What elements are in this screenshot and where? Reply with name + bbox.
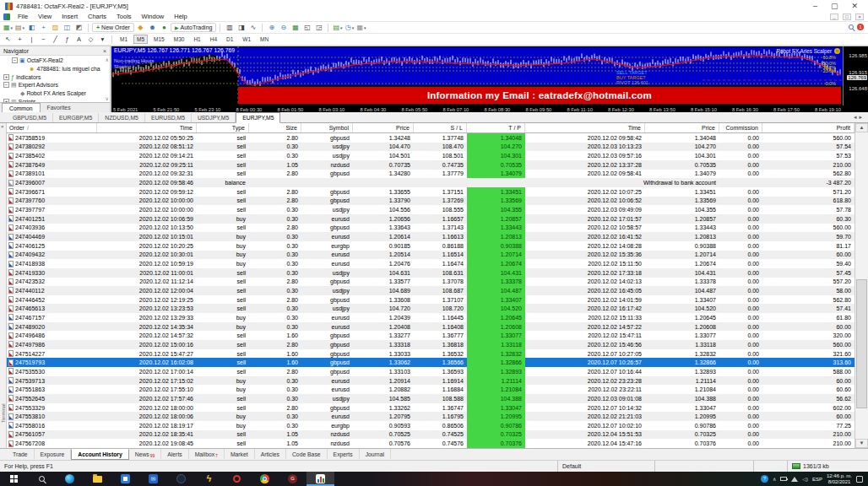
navigator-close-icon[interactable]: × (103, 48, 106, 54)
table-row[interactable]: 2474061252020.12.02 10:20:25buy0.30eurgb… (7, 241, 854, 251)
timeframe-m1[interactable]: M1 (117, 35, 131, 44)
chart-tab-usdjpy-m5[interactable]: USDJPY,M5 (192, 113, 236, 122)
table-row[interactable]: 2474235322020.12.02 11:12:14sell2.80gbpu… (7, 278, 854, 287)
market-watch-button[interactable]: ◧ (26, 23, 37, 33)
column-header-commission[interactable]: Commission (719, 123, 762, 132)
table-row[interactable]: 2475355302020.12.02 17:00:14sell2.80gbpu… (7, 367, 854, 376)
table-row[interactable]: 2475526452020.12.02 17:57:46sell0.30usdj… (7, 394, 854, 403)
nav-item-4788481-luis-miguel-cha[interactable]: ☻4788481: luis miguel cha (0, 65, 110, 73)
chart-tab-eurusd-m5[interactable]: EURUSD,M5 (145, 113, 192, 122)
terminal-tab-experts[interactable]: Experts (328, 449, 360, 459)
terminal-panel-button[interactable]: ◫ (62, 23, 73, 33)
scroll-up-icon[interactable]: ∧ (106, 57, 109, 62)
chart-tab-nzdusd-m5[interactable]: NZDUSD,M5 (99, 113, 145, 122)
app-icon-3[interactable]: G (279, 472, 307, 486)
hline-tool[interactable]: − (38, 35, 49, 45)
file-explorer-icon[interactable] (84, 472, 111, 486)
experts-button[interactable]: ☻ (147, 23, 158, 33)
navigator-tab-common[interactable]: Common (2, 103, 41, 112)
table-row[interactable]: 2474401122020.12.02 12:00:04sell0.30usdj… (7, 286, 854, 295)
expand-icon[interactable]: + (3, 99, 9, 102)
expand-icon[interactable]: + (3, 74, 9, 80)
table-row[interactable]: 2473854022020.12.02 09:14:21sell0.30usdj… (7, 151, 854, 160)
column-header-time-close[interactable]: Time (525, 123, 645, 132)
price-scale[interactable]: 126.985126.915126.769126.648 (843, 46, 868, 105)
templates-button[interactable]: ▤ (332, 23, 343, 33)
arrow-dd[interactable]: ▾ (97, 35, 108, 45)
help-circle-icon[interactable]: ? (761, 475, 768, 483)
column-header-s-l[interactable]: S / L (414, 123, 467, 132)
cascade-button[interactable]: ◲ (313, 23, 324, 33)
chrome-icon[interactable] (251, 472, 279, 486)
data-window-button[interactable]: + (38, 23, 49, 33)
table-row[interactable]: 2473977972020.12.02 10:00:00sell0.30usdj… (7, 205, 854, 214)
grid-settings-button[interactable]: ▦ (355, 23, 366, 33)
metaeditor-button[interactable]: ◆ (135, 23, 146, 33)
mail-icon[interactable]: ✉ (139, 472, 167, 486)
terminal-tab-exposure[interactable]: Exposure (35, 449, 72, 459)
periods-button[interactable]: ◷ (344, 23, 355, 33)
chart-tab-gbpusd-m5[interactable]: GBPUSD,M5 (7, 113, 53, 122)
clock[interactable]: 12:46 p. m.8/02/2021 (827, 473, 852, 485)
table-row[interactable]: 2474979862020.12.02 15:00:16sell2.80gbpu… (7, 340, 854, 349)
menu-insert[interactable]: Insert (57, 13, 83, 20)
table-row[interactable]: 2474012512020.12.02 10:06:59buy0.30eurus… (7, 214, 854, 224)
column-header-symbol[interactable]: Symbol (301, 123, 353, 132)
table-row[interactable]: 2475538102020.12.02 18:00:06buy0.30eurus… (7, 412, 854, 421)
close-button[interactable]: ✕ (851, 1, 858, 11)
table-row[interactable]: 2474039362020.12.02 10:13:50sell2.80gbpu… (7, 224, 854, 233)
column-header-order[interactable]: Order/ (7, 123, 97, 132)
lightning-icon[interactable]: ϟ (195, 472, 223, 486)
nav-item-expert-advisors[interactable]: −▤Expert Advisors (0, 81, 110, 89)
tile-windows-button[interactable]: ▦ (290, 23, 301, 33)
child-restore-button[interactable]: □ (843, 14, 851, 20)
timeframe-h4[interactable]: H4 (207, 35, 220, 44)
nav-item-indicators[interactable]: +ƒIndicators (0, 73, 110, 81)
terminal-tab-alerts[interactable]: Alerts (161, 449, 188, 459)
chart-plot[interactable]: Information my Email : eatradefx@hotmail… (111, 46, 843, 105)
table-row[interactable]: 2475197932020.12.02 16:02:08sell1.60gbpu… (7, 358, 854, 367)
tray-expand-icon[interactable]: ∧ (773, 476, 776, 482)
search-icon[interactable] (849, 24, 854, 30)
arrange-button[interactable]: ◱ (301, 23, 312, 33)
terminal-tab-account-history[interactable]: Account History (71, 449, 129, 460)
fibo-tool[interactable]: ƒ (62, 35, 73, 45)
table-row[interactable]: 2474656132020.12.02 13:23:53sell0.30usdj… (7, 304, 854, 313)
minimize-button[interactable]: – (813, 1, 817, 11)
column-header-profit[interactable]: Profit (762, 123, 854, 132)
column-header-price[interactable]: Price (353, 123, 414, 132)
terminal-tab-trade[interactable]: Trade (7, 449, 35, 459)
strategy-tester-button[interactable]: ◩ (73, 23, 84, 33)
table-row[interactable]: 2473960072020.12.02 09:58:46balanceWithd… (7, 178, 854, 187)
table-row[interactable]: 2474193302020.12.02 11:00:01sell0.30usdj… (7, 268, 854, 278)
column-header-t-p[interactable]: T / P (467, 123, 525, 132)
column-header-price-close[interactable]: Price (645, 123, 719, 132)
collapse-icon[interactable]: − (12, 57, 18, 63)
app-icon-1[interactable] (111, 472, 139, 486)
scrollbar-thumb[interactable] (856, 279, 867, 408)
terminal-tab-market[interactable]: Market (225, 449, 255, 459)
scrollbar-down-icon[interactable]: ▼ (855, 439, 868, 448)
table-row[interactable]: 2475518632020.12.02 17:55:10buy0.30eurus… (7, 385, 854, 394)
navigator-panel-button[interactable]: ▨ (50, 23, 61, 33)
opera-icon[interactable] (223, 472, 251, 486)
history-table-header[interactable]: Order/TimeTypeSizeSymbolPriceS / LT / PT… (7, 123, 854, 133)
profiles-button[interactable]: ▤ (14, 23, 25, 33)
notification-badge[interactable]: 1 (857, 24, 864, 30)
volume-icon[interactable]: ◁) (802, 476, 808, 482)
table-row[interactable]: 2473876492020.12.02 09:25:11sell1.05nzdu… (7, 160, 854, 170)
nav-item-octafx-real2[interactable]: −▣OctaFX-Real2 (0, 57, 110, 65)
terminal-tab-mailbox[interactable]: Mailbox7 (189, 449, 225, 459)
chart-tab-eurjpy-m5[interactable]: EURJPY,M5 (236, 112, 280, 123)
trendline-tool[interactable]: ╱ (50, 35, 61, 45)
candles-button[interactable]: ◨ (236, 23, 247, 33)
column-header-size[interactable]: Size (249, 123, 301, 132)
terminal-close-icon[interactable]: × (1, 124, 4, 129)
timeframe-mn[interactable]: MN (257, 35, 272, 44)
language-indicator[interactable]: ESP (812, 477, 822, 482)
chart-tab-eurgbp-m5[interactable]: EURGBP,M5 (53, 113, 99, 122)
table-row[interactable]: 2475610572020.12.02 18:35:41sell1.05nzdu… (7, 430, 854, 440)
status-profile[interactable]: Default (557, 461, 654, 472)
bars-button[interactable]: ▥ (224, 23, 235, 33)
table-row[interactable]: 2473585192020.12.02 05:50:25sell2.80gbpu… (7, 133, 854, 143)
